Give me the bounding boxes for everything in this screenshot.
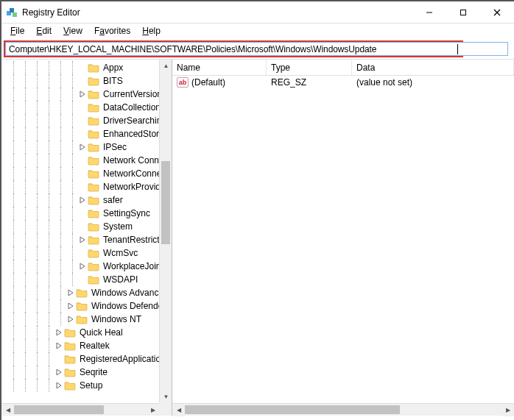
tree-item[interactable]: System xyxy=(1,220,159,233)
tree[interactable]: AppxBITSCurrentVersionDataCollectionDriv… xyxy=(1,60,159,392)
chevron-right-icon[interactable] xyxy=(54,379,63,392)
minimize-button[interactable] xyxy=(412,1,446,23)
text-caret xyxy=(457,44,458,54)
folder-icon xyxy=(88,89,99,99)
tree-item-label: Realtek xyxy=(78,339,111,352)
tree-item[interactable]: Realtek xyxy=(1,339,159,352)
tree-item[interactable]: RegisteredApplications xyxy=(1,352,159,366)
address-bar[interactable]: Computer\HKEY_LOCAL_MACHINE\SOFTWARE\Pol… xyxy=(5,42,462,56)
chevron-right-icon[interactable] xyxy=(78,140,87,154)
tree-item[interactable]: BITS xyxy=(1,74,159,88)
tree-item-label: Windows Defender xyxy=(90,299,159,313)
tree-item[interactable]: TenantRestrictions xyxy=(1,233,159,246)
chevron-right-icon[interactable] xyxy=(66,286,75,299)
tree-item[interactable]: DataCollection xyxy=(1,101,159,114)
maximize-button[interactable] xyxy=(446,1,480,23)
menu-favorites[interactable]: Favorites xyxy=(90,24,135,38)
scroll-down-icon[interactable]: ▼ xyxy=(160,391,172,403)
svg-rect-4 xyxy=(461,10,466,15)
list-scrollbar-thumb-h[interactable] xyxy=(185,405,400,414)
tree-item[interactable]: Quick Heal xyxy=(1,326,159,339)
tree-item-label: Network Connections xyxy=(102,154,159,167)
tree-item[interactable]: safer xyxy=(1,193,159,207)
tree-item[interactable]: Seqrite xyxy=(1,366,159,379)
address-text: Computer\HKEY_LOCAL_MACHINE\SOFTWARE\Pol… xyxy=(9,44,457,54)
column-header-type[interactable]: Type xyxy=(267,60,352,75)
tree-item[interactable]: Setup xyxy=(1,379,159,392)
chevron-right-icon[interactable] xyxy=(54,366,63,379)
app-icon xyxy=(6,7,18,18)
tree-item[interactable]: NetworkConnectivityStatusIndicator xyxy=(1,167,159,180)
list-scrollbar-horizontal[interactable]: ◀ ▶ xyxy=(172,403,514,416)
folder-icon xyxy=(88,115,99,126)
folder-icon xyxy=(88,182,99,192)
tree-scrollbar-thumb-v[interactable] xyxy=(161,161,170,244)
folder-icon xyxy=(88,168,99,179)
tree-item-label: Windows Advanced Threat Protection xyxy=(90,286,159,299)
tree-item-label: NetworkProvider xyxy=(102,180,159,193)
scrollbar-corner xyxy=(159,403,172,416)
list-body[interactable]: ab(Default)REG_SZ(value not set) xyxy=(172,76,514,403)
tree-item-label: Quick Heal xyxy=(78,326,124,339)
column-header-data[interactable]: Data xyxy=(352,60,514,75)
scroll-right-icon[interactable]: ▶ xyxy=(147,404,159,416)
scroll-left-icon[interactable]: ◀ xyxy=(172,404,185,416)
folder-icon xyxy=(88,142,99,152)
menu-view[interactable]: View xyxy=(59,24,87,38)
list-row[interactable]: ab(Default)REG_SZ(value not set) xyxy=(172,76,514,89)
folder-icon xyxy=(64,367,76,377)
reg-string-icon: ab xyxy=(177,77,189,88)
scroll-up-icon[interactable]: ▲ xyxy=(160,60,172,72)
chevron-right-icon[interactable] xyxy=(66,313,75,326)
folder-icon xyxy=(88,221,99,232)
chevron-right-icon[interactable] xyxy=(54,339,63,352)
tree-item[interactable]: DriverSearching xyxy=(1,114,159,127)
scroll-right-icon[interactable]: ▶ xyxy=(501,404,514,416)
close-button[interactable] xyxy=(480,1,514,23)
tree-item[interactable]: NetworkProvider xyxy=(1,180,159,193)
folder-icon xyxy=(88,63,99,73)
tree-item-label: BITS xyxy=(102,74,124,88)
tree-item[interactable]: Network Connections xyxy=(1,154,159,167)
folder-icon xyxy=(88,155,99,165)
chevron-right-icon[interactable] xyxy=(54,326,63,339)
tree-item-label: Windows NT xyxy=(90,313,143,326)
menu-edit[interactable]: Edit xyxy=(32,24,56,38)
folder-icon xyxy=(88,195,99,205)
tree-item[interactable]: Windows NT xyxy=(1,313,159,326)
chevron-right-icon[interactable] xyxy=(78,260,87,273)
menu-bar: File Edit View Favorites Help xyxy=(1,24,514,38)
tree-item[interactable]: Windows Defender xyxy=(1,299,159,313)
list-header: Name Type Data xyxy=(172,60,514,76)
window-controls xyxy=(412,1,514,23)
tree-item-label: TenantRestrictions xyxy=(102,233,159,246)
menu-help[interactable]: Help xyxy=(138,24,165,38)
tree-item-label: Appx xyxy=(102,61,124,74)
chevron-right-icon[interactable] xyxy=(66,299,75,313)
tree-item[interactable]: WcmSvc xyxy=(1,246,159,260)
column-header-name[interactable]: Name xyxy=(172,60,267,75)
value-type: REG_SZ xyxy=(267,77,352,88)
chevron-right-icon[interactable] xyxy=(78,233,87,246)
tree-item-label: WSDAPI xyxy=(102,273,139,286)
chevron-right-icon[interactable] xyxy=(78,88,87,101)
tree-item[interactable]: EnhancedStorageDevices xyxy=(1,127,159,140)
tree-pane: AppxBITSCurrentVersionDataCollectionDriv… xyxy=(1,60,172,416)
tree-item[interactable]: Appx xyxy=(1,61,159,74)
scroll-left-icon[interactable]: ◀ xyxy=(1,404,14,416)
tree-item[interactable]: Windows Advanced Threat Protection xyxy=(1,286,159,299)
tree-item[interactable]: CurrentVersion xyxy=(1,88,159,101)
tree-item[interactable]: SettingSync xyxy=(1,207,159,220)
chevron-right-icon[interactable] xyxy=(78,193,87,207)
tree-item[interactable]: WorkplaceJoin xyxy=(1,260,159,273)
folder-icon xyxy=(88,102,99,113)
folder-icon xyxy=(88,208,99,218)
tree-scrollbar-vertical[interactable]: ▲ ▼ xyxy=(159,60,172,403)
tree-scrollbar-thumb-h[interactable] xyxy=(14,405,104,414)
folder-icon xyxy=(88,274,99,285)
address-bar-right[interactable] xyxy=(461,42,508,56)
tree-item[interactable]: IPSec xyxy=(1,140,159,154)
tree-scrollbar-horizontal[interactable]: ◀ ▶ xyxy=(1,403,159,416)
menu-file[interactable]: File xyxy=(6,24,29,38)
tree-item[interactable]: WSDAPI xyxy=(1,273,159,286)
